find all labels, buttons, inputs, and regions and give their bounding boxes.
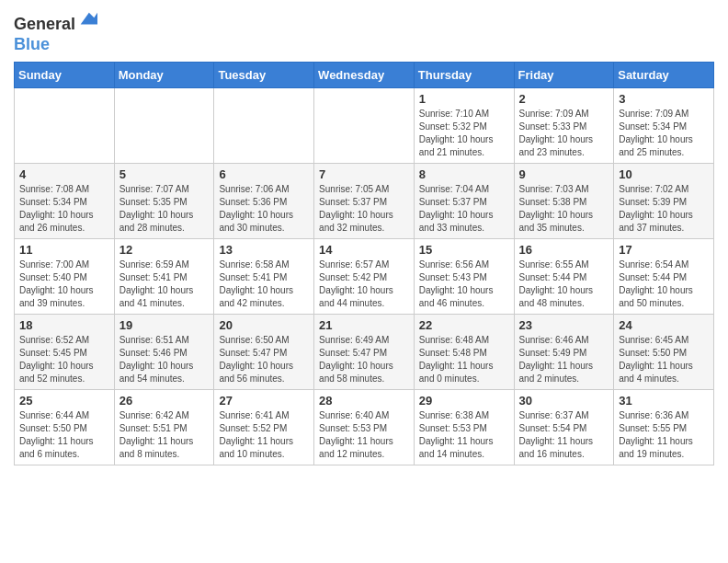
day-cell: 24Sunrise: 6:45 AMSunset: 5:50 PMDayligh… [614,314,714,389]
day-cell: 31Sunrise: 6:36 AMSunset: 5:55 PMDayligh… [614,389,714,465]
day-info: Sunrise: 6:46 AMSunset: 5:49 PMDaylight:… [519,334,609,385]
day-cell: 4Sunrise: 7:08 AMSunset: 5:34 PMDaylight… [15,163,115,238]
day-number: 9 [519,167,609,181]
day-number: 23 [519,318,609,332]
day-cell: 5Sunrise: 7:07 AMSunset: 5:35 PMDaylight… [114,163,214,238]
day-cell: 25Sunrise: 6:44 AMSunset: 5:50 PMDayligh… [15,389,115,465]
day-number: 1 [419,92,509,106]
day-number: 18 [19,318,109,332]
day-info: Sunrise: 6:42 AMSunset: 5:51 PMDaylight:… [119,409,210,461]
day-cell: 15Sunrise: 6:56 AMSunset: 5:43 PMDayligh… [414,238,514,314]
day-cell: 3Sunrise: 7:09 AMSunset: 5:34 PMDaylight… [614,87,714,163]
day-info: Sunrise: 6:51 AMSunset: 5:46 PMDaylight:… [119,334,210,385]
day-info: Sunrise: 6:38 AMSunset: 5:53 PMDaylight:… [419,409,509,461]
day-cell: 19Sunrise: 6:51 AMSunset: 5:46 PMDayligh… [114,314,214,389]
day-info: Sunrise: 7:00 AMSunset: 5:40 PMDaylight:… [19,259,109,310]
day-number: 13 [219,243,309,257]
day-number: 19 [119,318,210,332]
day-cell: 16Sunrise: 6:55 AMSunset: 5:44 PMDayligh… [514,238,614,314]
day-number: 11 [19,243,109,257]
day-info: Sunrise: 7:06 AMSunset: 5:36 PMDaylight:… [219,183,309,235]
day-number: 21 [319,318,409,332]
page-container: General Blue SundayMondayTuesdayWednesda… [0,0,728,475]
week-row-0: 1Sunrise: 7:10 AMSunset: 5:32 PMDaylight… [15,87,714,163]
day-info: Sunrise: 7:02 AMSunset: 5:39 PMDaylight:… [619,183,709,235]
day-cell: 26Sunrise: 6:42 AMSunset: 5:51 PMDayligh… [114,389,214,465]
day-number: 15 [419,243,509,257]
day-cell: 1Sunrise: 7:10 AMSunset: 5:32 PMDaylight… [414,87,514,163]
day-cell [114,87,214,163]
page-header: General Blue [14,9,714,54]
day-cell: 17Sunrise: 6:54 AMSunset: 5:44 PMDayligh… [614,238,714,314]
week-row-4: 25Sunrise: 6:44 AMSunset: 5:50 PMDayligh… [15,389,714,465]
day-info: Sunrise: 6:36 AMSunset: 5:55 PMDaylight:… [619,409,709,461]
day-info: Sunrise: 6:49 AMSunset: 5:47 PMDaylight:… [319,334,409,385]
day-number: 12 [119,243,210,257]
logo-text: General Blue [14,9,97,54]
week-row-2: 11Sunrise: 7:00 AMSunset: 5:40 PMDayligh… [15,238,714,314]
day-info: Sunrise: 6:41 AMSunset: 5:52 PMDaylight:… [219,409,309,461]
day-info: Sunrise: 7:09 AMSunset: 5:33 PMDaylight:… [519,108,609,159]
header-sunday: Sunday [15,62,115,87]
day-cell: 18Sunrise: 6:52 AMSunset: 5:45 PMDayligh… [15,314,115,389]
day-number: 16 [519,243,609,257]
day-cell [214,87,314,163]
day-number: 25 [19,394,109,408]
day-number: 10 [619,167,709,181]
day-info: Sunrise: 7:10 AMSunset: 5:32 PMDaylight:… [419,108,509,159]
day-info: Sunrise: 6:37 AMSunset: 5:54 PMDaylight:… [519,409,609,461]
day-info: Sunrise: 6:50 AMSunset: 5:47 PMDaylight:… [219,334,309,385]
header-wednesday: Wednesday [314,62,415,87]
week-row-1: 4Sunrise: 7:08 AMSunset: 5:34 PMDaylight… [15,163,714,238]
day-cell: 20Sunrise: 6:50 AMSunset: 5:47 PMDayligh… [214,314,314,389]
logo: General Blue [14,9,97,54]
day-number: 27 [219,394,309,408]
day-info: Sunrise: 7:08 AMSunset: 5:34 PMDaylight:… [19,183,109,235]
day-cell: 9Sunrise: 7:03 AMSunset: 5:38 PMDaylight… [514,163,614,238]
day-cell: 11Sunrise: 7:00 AMSunset: 5:40 PMDayligh… [15,238,115,314]
day-info: Sunrise: 6:55 AMSunset: 5:44 PMDaylight:… [519,259,609,310]
day-cell: 22Sunrise: 6:48 AMSunset: 5:48 PMDayligh… [414,314,514,389]
day-info: Sunrise: 6:56 AMSunset: 5:43 PMDaylight:… [419,259,509,310]
svg-marker-0 [81,13,97,25]
day-info: Sunrise: 7:03 AMSunset: 5:38 PMDaylight:… [519,183,609,235]
day-cell: 21Sunrise: 6:49 AMSunset: 5:47 PMDayligh… [314,314,415,389]
day-info: Sunrise: 6:59 AMSunset: 5:41 PMDaylight:… [119,259,210,310]
day-info: Sunrise: 7:07 AMSunset: 5:35 PMDaylight:… [119,183,210,235]
day-cell: 14Sunrise: 6:57 AMSunset: 5:42 PMDayligh… [314,238,415,314]
header-friday: Friday [514,62,614,87]
day-number: 29 [419,394,509,408]
day-info: Sunrise: 6:48 AMSunset: 5:48 PMDaylight:… [419,334,509,385]
header-monday: Monday [114,62,214,87]
header-thursday: Thursday [414,62,514,87]
day-number: 30 [519,394,609,408]
day-info: Sunrise: 6:44 AMSunset: 5:50 PMDaylight:… [19,409,109,461]
day-info: Sunrise: 6:40 AMSunset: 5:53 PMDaylight:… [319,409,409,461]
day-number: 8 [419,167,509,181]
day-number: 31 [619,394,709,408]
day-cell: 13Sunrise: 6:58 AMSunset: 5:41 PMDayligh… [214,238,314,314]
day-cell: 29Sunrise: 6:38 AMSunset: 5:53 PMDayligh… [414,389,514,465]
day-number: 26 [119,394,210,408]
day-number: 4 [19,167,109,181]
week-row-3: 18Sunrise: 6:52 AMSunset: 5:45 PMDayligh… [15,314,714,389]
day-cell: 30Sunrise: 6:37 AMSunset: 5:54 PMDayligh… [514,389,614,465]
header-tuesday: Tuesday [214,62,314,87]
day-number: 20 [219,318,309,332]
day-info: Sunrise: 6:52 AMSunset: 5:45 PMDaylight:… [19,334,109,385]
day-info: Sunrise: 7:05 AMSunset: 5:37 PMDaylight:… [319,183,409,235]
day-number: 28 [319,394,409,408]
day-number: 6 [219,167,309,181]
day-info: Sunrise: 6:54 AMSunset: 5:44 PMDaylight:… [619,259,709,310]
day-info: Sunrise: 7:04 AMSunset: 5:37 PMDaylight:… [419,183,509,235]
day-number: 2 [519,92,609,106]
day-cell: 2Sunrise: 7:09 AMSunset: 5:33 PMDaylight… [514,87,614,163]
day-number: 17 [619,243,709,257]
day-number: 14 [319,243,409,257]
day-info: Sunrise: 6:45 AMSunset: 5:50 PMDaylight:… [619,334,709,385]
day-info: Sunrise: 6:57 AMSunset: 5:42 PMDaylight:… [319,259,409,310]
day-cell [15,87,115,163]
day-cell: 28Sunrise: 6:40 AMSunset: 5:53 PMDayligh… [314,389,415,465]
day-cell: 10Sunrise: 7:02 AMSunset: 5:39 PMDayligh… [614,163,714,238]
logo-icon [77,9,97,29]
